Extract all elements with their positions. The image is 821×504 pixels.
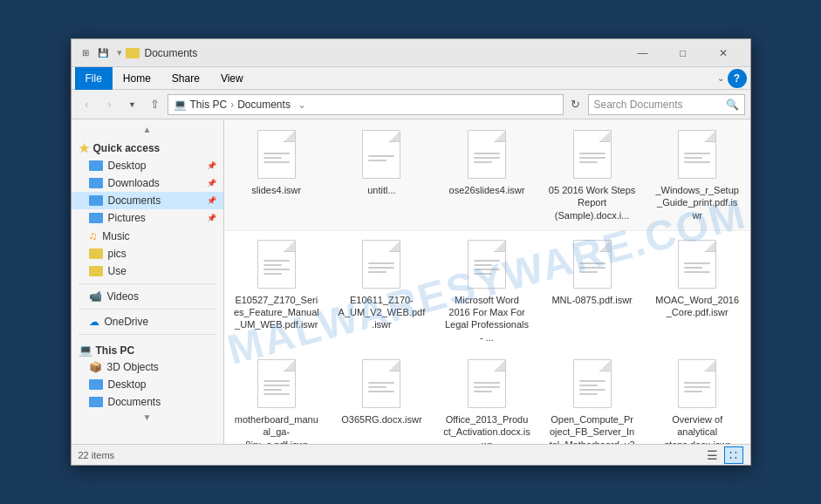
sidebar-item-desktop[interactable]: Desktop 📌	[72, 157, 223, 174]
doc-line	[684, 267, 702, 269]
list-item[interactable]: Office_2013_Product_Activation.docx.iswr	[434, 351, 540, 444]
search-input[interactable]	[594, 99, 726, 111]
file-icon	[466, 358, 508, 410]
folder-icon	[89, 178, 103, 188]
doc-lines	[469, 248, 505, 280]
doc-lines	[258, 248, 295, 280]
doc-lines	[258, 368, 295, 400]
tab-home[interactable]: Home	[113, 67, 161, 90]
list-item[interactable]: Microsoft Word 2016 For Max For Legal Pr…	[434, 231, 540, 351]
sidebar-item-pics[interactable]: pics	[72, 245, 223, 262]
ribbon-tabs: File Home Share View ⌄ ?	[72, 67, 750, 90]
ribbon-chevron-icon[interactable]: ⌄	[714, 73, 728, 83]
address-path[interactable]: 💻 This PC › Documents ⌄	[168, 94, 564, 115]
doc-icon	[468, 359, 506, 408]
sidebar-item-onedrive[interactable]: ☁ OneDrive	[72, 313, 223, 330]
doc-line	[263, 273, 282, 275]
list-item[interactable]: MOAC_Word_2016_Core.pdf.iswr	[645, 231, 750, 351]
search-icon[interactable]: 🔍	[726, 99, 739, 111]
tab-share[interactable]: Share	[161, 67, 210, 90]
doc-icon	[362, 130, 400, 179]
list-view-button[interactable]: ☰	[703, 446, 722, 464]
list-item[interactable]: slides4.iswr	[224, 121, 330, 228]
list-item[interactable]: E10527_Z170_Series_Feature_Manual_UM_WEB…	[224, 231, 330, 351]
this-pc-label: This PC	[96, 344, 135, 357]
refresh-button[interactable]: ↻	[565, 94, 586, 115]
doc-line	[263, 393, 290, 395]
sidebar-item-documents2[interactable]: Documents	[72, 393, 223, 411]
list-item[interactable]: ose26slides4.iswr	[434, 121, 540, 228]
doc-line	[579, 267, 605, 269]
doc-line	[684, 386, 710, 388]
maximize-button[interactable]: □	[663, 39, 703, 67]
sidebar-scroll-up[interactable]: ▲	[72, 123, 223, 136]
path-sep2: ⌄	[298, 99, 306, 111]
sidebar-divider-1	[79, 283, 216, 284]
doc-lines	[679, 370, 715, 398]
doc-icon	[573, 359, 612, 408]
sidebar-item-3d-objects[interactable]: 📦 3D Objects	[72, 358, 223, 376]
3d-icon: 📦	[89, 361, 102, 373]
tab-file[interactable]: File	[75, 67, 113, 90]
folder-icon	[89, 397, 103, 407]
list-item[interactable]: E10611_Z170-A_UM_V2_WEB.pdf.iswr	[329, 231, 434, 351]
sidebar-scroll-down[interactable]: ▼	[72, 411, 223, 424]
list-item[interactable]: Open_Compute_Project_FB_Server_Intel_Mot…	[539, 351, 645, 444]
doc-line	[368, 271, 387, 273]
doc-line	[263, 161, 290, 163]
sidebar-item-videos[interactable]: 📹 Videos	[72, 288, 223, 305]
doc-line	[263, 380, 290, 382]
file-icon	[256, 238, 298, 290]
file-name: Overview of analytical steps.docx.iswr	[653, 413, 741, 444]
doc-line	[579, 271, 598, 273]
doc-line	[474, 386, 500, 388]
list-item[interactable]: untitl...	[329, 121, 434, 228]
doc-icon	[678, 359, 716, 408]
sidebar-item-label: Downloads	[108, 177, 160, 189]
minimize-button[interactable]: —	[623, 39, 663, 67]
search-box[interactable]: 🔍	[588, 94, 745, 115]
list-item[interactable]: 05 2016 Work Steps Report (Sample).docx.…	[539, 121, 645, 228]
doc-line	[263, 385, 290, 386]
doc-line	[579, 161, 598, 163]
file-name: ose26slides4.iswr	[449, 184, 525, 196]
forward-button[interactable]: ›	[99, 94, 120, 115]
pin-icon: 📌	[207, 196, 216, 205]
sidebar-item-desktop2[interactable]: Desktop	[72, 376, 223, 393]
sidebar-item-label: 3D Objects	[107, 361, 159, 373]
sidebar-item-pictures[interactable]: Pictures 📌	[72, 209, 223, 227]
doc-line	[474, 273, 492, 275]
file-icon	[360, 358, 402, 410]
tab-view[interactable]: View	[210, 67, 254, 90]
list-item[interactable]: MNL-0875.pdf.iswr	[539, 231, 645, 351]
recent-btn[interactable]: ▼	[122, 94, 143, 115]
file-name: E10527_Z170_Series_Feature_Manual_UM_WEB…	[233, 294, 320, 331]
file-name: MOAC_Word_2016_Core.pdf.iswr	[653, 294, 741, 319]
folder-icon	[89, 266, 103, 276]
grid-view-button[interactable]: ∷	[724, 446, 743, 464]
file-name: Open_Compute_Project_FB_Server_Intel_Mot…	[549, 413, 636, 444]
view-buttons: ☰ ∷	[703, 446, 743, 464]
up-button[interactable]: ⇧	[145, 94, 166, 115]
sidebar-item-label: Pictures	[108, 212, 146, 224]
list-item[interactable]: _Windows_r_Setup_Guide_print.pdf.iswr	[645, 121, 750, 228]
doc-line	[684, 161, 710, 163]
list-item[interactable]: motherboard_manual_ga-8irx_e.pdf.iswr	[224, 351, 330, 444]
help-button[interactable]: ?	[728, 69, 747, 88]
doc-icon	[362, 240, 400, 289]
videos-icon: 📹	[89, 290, 102, 303]
sidebar: ▲ ★ Quick access Desktop 📌 Downloads 📌 D…	[72, 119, 224, 444]
list-item[interactable]: Overview of analytical steps.docx.iswr	[645, 351, 750, 444]
sidebar-item-label: Videos	[107, 290, 139, 303]
grid-icon: ⊞	[79, 46, 92, 60]
doc-line	[579, 380, 605, 382]
sidebar-item-downloads[interactable]: Downloads 📌	[72, 174, 223, 192]
sidebar-item-music[interactable]: ♫ Music	[72, 227, 223, 245]
sidebar-item-use[interactable]: Use	[72, 262, 223, 280]
close-button[interactable]: ✕	[703, 39, 743, 67]
back-button[interactable]: ‹	[77, 94, 98, 115]
doc-lines	[469, 140, 505, 168]
sidebar-item-documents[interactable]: Documents 📌	[72, 192, 223, 209]
list-item[interactable]: O365RG.docx.iswr	[329, 351, 434, 444]
file-icon	[571, 238, 613, 290]
